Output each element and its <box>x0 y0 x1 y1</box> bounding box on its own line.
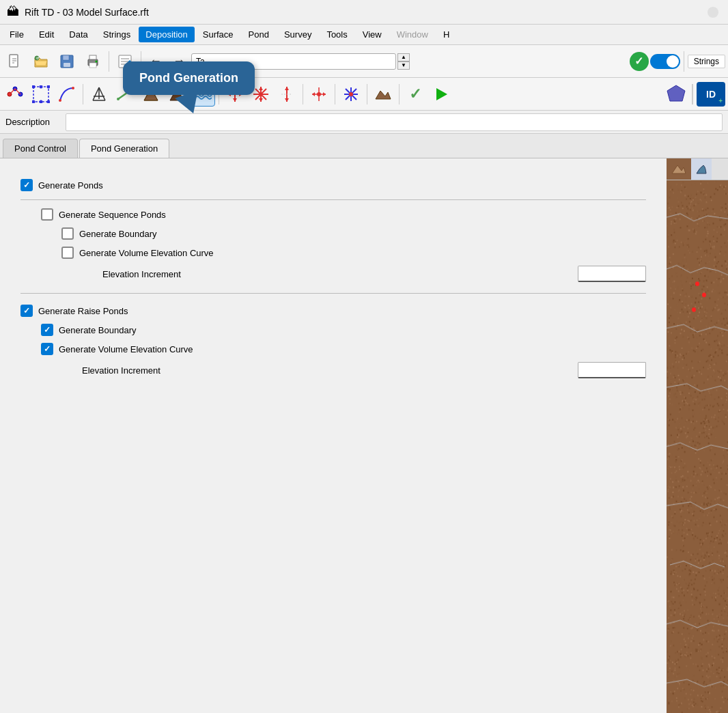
move-vert-tool[interactable] <box>275 82 299 107</box>
generate-raise-ponds-row: Generate Raise Ponds <box>20 305 646 317</box>
print-button[interactable] <box>81 49 105 74</box>
svg-rect-7 <box>63 55 69 60</box>
asterisk-tool[interactable] <box>339 82 363 107</box>
menu-view[interactable]: View <box>356 27 389 42</box>
svg-line-21 <box>15 89 20 94</box>
toggle-knob <box>667 55 679 68</box>
curve-tool[interactable] <box>55 82 79 107</box>
svg-marker-52 <box>285 98 289 102</box>
svg-marker-64 <box>436 88 447 100</box>
svg-marker-56 <box>312 92 315 96</box>
svg-point-36 <box>117 98 120 100</box>
menu-edit[interactable]: Edit <box>32 27 61 42</box>
generate-boundary-1-checkbox[interactable] <box>61 227 74 240</box>
tab-pond-control[interactable]: Pond Control <box>3 139 78 158</box>
menu-strings[interactable]: Strings <box>96 27 137 42</box>
menu-bar: File Edit Data Strings Deposition Surfac… <box>0 25 728 45</box>
spinner-down[interactable]: ▼ <box>397 61 410 70</box>
strings-label: Strings <box>688 55 725 68</box>
elevation-increment-2-label: Elevation Increment <box>82 365 160 376</box>
svg-point-30 <box>72 87 74 89</box>
svg-point-28 <box>40 100 43 103</box>
svg-point-26 <box>47 100 51 103</box>
generate-boundary-2-label: Generate Boundary <box>59 325 136 335</box>
app-icon: 🏔 <box>7 5 19 19</box>
save-button[interactable] <box>55 49 79 74</box>
svg-point-23 <box>32 85 36 89</box>
map-tab-terrain[interactable] <box>667 158 691 180</box>
svg-marker-49 <box>259 98 263 102</box>
pond-generation-callout: Pond Generation <box>123 61 255 95</box>
menu-h[interactable]: H <box>436 27 456 42</box>
svg-point-63 <box>349 92 353 96</box>
form-panel: Generate Ponds Generate Sequence Ponds G… <box>0 158 667 713</box>
menu-deposition[interactable]: Deposition <box>139 27 194 42</box>
elevation-increment-2-input[interactable]: 0.200 <box>578 362 646 378</box>
callout-label: Pond Generation <box>139 71 238 85</box>
elevation-increment-1-row: Elevation Increment 0.500 <box>20 266 646 282</box>
svg-marker-57 <box>323 92 326 96</box>
split-tool[interactable] <box>307 82 331 107</box>
toolbar-row2: ✓ ID + <box>0 78 728 111</box>
confirm-button[interactable]: ✓ <box>630 52 649 71</box>
select-tool[interactable] <box>29 82 53 107</box>
generate-boundary-2-checkbox[interactable] <box>41 324 53 336</box>
terrain-tool[interactable] <box>371 82 395 107</box>
menu-pond[interactable]: Pond <box>242 27 276 42</box>
main-area: Generate Ponds Generate Sequence Ponds G… <box>0 158 728 713</box>
svg-point-27 <box>40 85 43 89</box>
map-panel <box>667 158 728 713</box>
svg-text:↺: ↺ <box>36 56 39 60</box>
svg-point-29 <box>59 99 61 102</box>
description-row: Description <box>0 111 728 134</box>
generate-boundary-1-label: Generate Boundary <box>79 229 156 239</box>
terrain-canvas <box>667 180 728 713</box>
generate-volume-elev-1-checkbox[interactable] <box>61 247 74 259</box>
svg-marker-41 <box>233 98 237 102</box>
generate-raise-ponds-label: Generate Raise Ponds <box>38 306 128 316</box>
play-tool[interactable] <box>429 82 453 107</box>
map-tab-alt[interactable] <box>691 158 712 180</box>
menu-tools[interactable]: Tools <box>320 27 354 42</box>
generate-raise-ponds-checkbox[interactable] <box>20 305 33 317</box>
id-tool[interactable]: ID + <box>697 82 725 107</box>
menu-window[interactable]: Window <box>390 27 435 42</box>
generate-sequence-ponds-label: Generate Sequence Ponds <box>59 210 166 220</box>
svg-line-20 <box>10 89 15 94</box>
svg-marker-65 <box>667 85 685 101</box>
generate-volume-elev-2-checkbox[interactable] <box>41 343 53 355</box>
svg-rect-10 <box>89 55 96 59</box>
elevation-increment-1-label: Elevation Increment <box>102 269 181 279</box>
generate-boundary-2-row: Generate Boundary <box>20 324 646 336</box>
elevation-increment-1-input[interactable]: 0.500 <box>578 266 646 282</box>
new-button[interactable] <box>3 49 27 74</box>
tab-bar: Pond Control Pond Generation <box>0 134 728 158</box>
polygon-tool[interactable] <box>664 82 688 107</box>
app-title: Rift TD - 03 Model Surface.rft <box>25 7 149 18</box>
tab-pond-generation[interactable]: Pond Generation <box>79 139 169 158</box>
open-button[interactable]: ↺ <box>29 49 53 74</box>
title-bar: 🏔 Rift TD - 03 Model Surface.rft <box>0 0 728 25</box>
spinner-up[interactable]: ▲ <box>397 53 410 61</box>
generate-volume-elev-2-label: Generate Volume Elevation Curve <box>59 344 193 354</box>
description-input[interactable] <box>66 113 723 131</box>
menu-data[interactable]: Data <box>62 27 94 42</box>
generate-sequence-ponds-row: Generate Sequence Ponds <box>20 208 646 221</box>
generate-ponds-checkbox[interactable] <box>20 179 33 191</box>
triangle-tool[interactable] <box>87 82 111 107</box>
generate-ponds-label: Generate Ponds <box>38 180 103 191</box>
generate-volume-elev-1-row: Generate Volume Elevation Curve <box>20 247 646 259</box>
generate-sequence-ponds-checkbox[interactable] <box>41 208 53 221</box>
svg-marker-51 <box>285 87 289 90</box>
svg-rect-8 <box>64 63 70 67</box>
menu-surface[interactable]: Surface <box>196 27 240 42</box>
menu-file[interactable]: File <box>3 27 31 42</box>
toggle-switch[interactable] <box>650 54 680 69</box>
spinner-group: ▲ ▼ <box>397 53 410 70</box>
svg-line-33 <box>93 87 99 100</box>
menu-survey[interactable]: Survey <box>277 27 318 42</box>
tick-tool[interactable]: ✓ <box>403 82 428 107</box>
generate-ponds-row: Generate Ponds <box>20 179 646 191</box>
node-tool[interactable] <box>3 82 27 107</box>
generate-boundary-1-row: Generate Boundary <box>20 227 646 240</box>
